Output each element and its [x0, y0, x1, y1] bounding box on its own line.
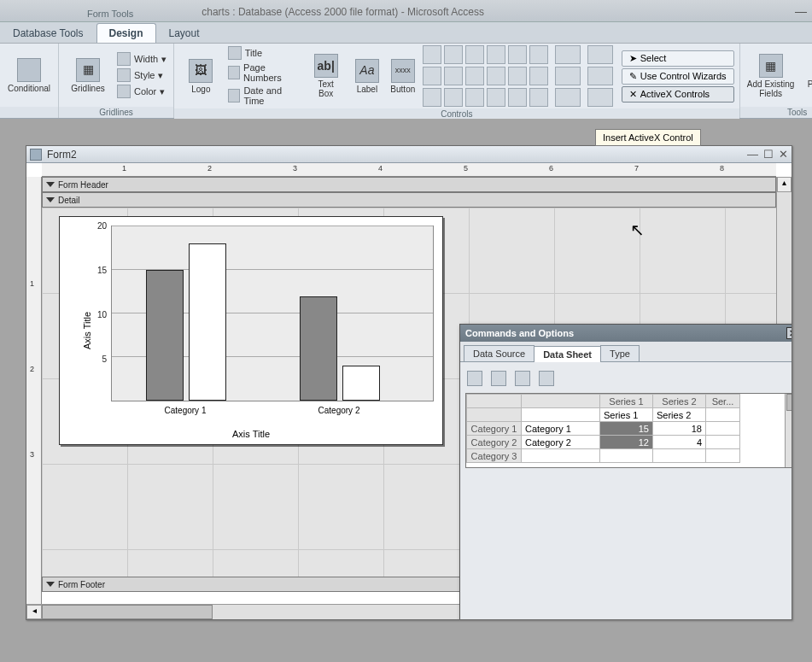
control-item[interactable]: [508, 67, 527, 85]
eraser-icon[interactable]: [467, 371, 482, 386]
data-cell[interactable]: [600, 449, 653, 463]
control-item[interactable]: [465, 88, 484, 107]
row-header[interactable]: Category 1: [467, 422, 522, 436]
ruler-tick: 4: [378, 164, 383, 173]
control-wizards-toggle[interactable]: ✎Use Control Wizards: [622, 68, 734, 85]
page-numbers-button[interactable]: Page Numbers: [226, 62, 301, 84]
control-item[interactable]: [587, 88, 613, 107]
column-header[interactable]: Series 2: [653, 395, 706, 408]
property-sheet-button[interactable]: ▤ Property Sheet: [800, 49, 812, 103]
title-button[interactable]: Title: [226, 45, 301, 61]
activex-controls-button[interactable]: ✕ActiveX Controls: [622, 86, 734, 103]
textbox-icon: ab|: [314, 54, 338, 78]
minimize-icon[interactable]: —: [795, 4, 807, 18]
section-toggle-icon: [46, 582, 55, 587]
series-name-cell[interactable]: Series 2: [653, 408, 706, 422]
tab-data-source[interactable]: Data Source: [464, 345, 535, 361]
control-item[interactable]: [487, 45, 505, 64]
maximize-icon[interactable]: ☐: [763, 148, 774, 161]
chart-y-tick: 10: [97, 310, 107, 319]
logo-label: Logo: [191, 85, 210, 94]
conditional-button[interactable]: Conditional: [5, 48, 53, 103]
textbox-button[interactable]: ab| Text Box: [304, 49, 348, 103]
data-cell[interactable]: [653, 449, 706, 463]
control-item[interactable]: [465, 45, 484, 64]
control-item[interactable]: [444, 88, 463, 107]
tab-type[interactable]: Type: [600, 345, 640, 361]
scrollbar-thumb[interactable]: [786, 394, 792, 411]
scrollbar-thumb[interactable]: [42, 605, 213, 619]
chart-category-label: Category 1: [165, 406, 207, 415]
row-label-cell[interactable]: [522, 449, 600, 463]
gridlines-style[interactable]: Style▾: [115, 67, 168, 83]
row-header[interactable]: Category 3: [467, 449, 522, 463]
gridlines-color[interactable]: Color▾: [115, 84, 168, 99]
control-item[interactable]: [555, 67, 581, 85]
close-icon[interactable]: ✕: [779, 148, 788, 161]
select-button[interactable]: ➤Select: [622, 50, 734, 67]
add-fields-button[interactable]: ▦ Add Existing Fields: [747, 49, 795, 103]
control-item[interactable]: [529, 88, 548, 107]
date-time-button[interactable]: Date and Time: [226, 85, 301, 107]
scroll-up-icon[interactable]: ▴: [777, 177, 792, 192]
data-cell[interactable]: 4: [653, 436, 706, 449]
series-name-cell[interactable]: Series 1: [600, 408, 653, 422]
paste-icon[interactable]: [539, 371, 554, 386]
column-header[interactable]: Ser...: [706, 395, 740, 408]
control-item[interactable]: [444, 45, 463, 64]
control-item[interactable]: [487, 67, 505, 85]
control-item[interactable]: [555, 45, 581, 64]
control-item[interactable]: [465, 67, 484, 85]
tab-database-tools[interactable]: Database Tools: [0, 23, 96, 43]
ruler-tick: 1: [30, 279, 34, 288]
data-cell[interactable]: 15: [600, 422, 653, 436]
chart-y-tick: 5: [102, 354, 107, 364]
row-label-cell[interactable]: Category 2: [522, 436, 600, 449]
scroll-left-icon[interactable]: ◂: [26, 605, 42, 619]
form-header-bar[interactable]: Form Header: [42, 177, 776, 192]
tab-design[interactable]: Design: [96, 23, 156, 43]
button-button[interactable]: xxxx Button: [387, 49, 419, 103]
data-sheet-grid[interactable]: Series 1 Series 2 Ser... Series 1 Series…: [465, 393, 792, 468]
form-header-label: Form Header: [58, 180, 108, 190]
grid-icon[interactable]: [491, 371, 506, 386]
close-icon[interactable]: ✕: [786, 327, 792, 339]
wand-icon: ✎: [629, 71, 637, 82]
gridlines-button[interactable]: ▦ Gridlines: [64, 48, 112, 103]
data-cell[interactable]: 18: [653, 422, 706, 436]
tab-data-sheet[interactable]: Data Sheet: [534, 346, 601, 362]
control-item[interactable]: [423, 67, 441, 85]
control-item[interactable]: [529, 45, 548, 64]
control-item[interactable]: [587, 67, 613, 85]
control-item[interactable]: [487, 88, 505, 107]
chart-control[interactable]: Axis Title Axis Title 5101520Category 1C…: [59, 216, 443, 445]
control-item[interactable]: [423, 88, 441, 107]
logo-button[interactable]: 🖼 Logo: [179, 49, 223, 103]
ruler-tick: 5: [464, 164, 468, 173]
form-footer-label: Form Footer: [58, 580, 105, 589]
control-item[interactable]: [587, 45, 613, 64]
column-header[interactable]: Series 1: [600, 395, 653, 408]
minimize-icon[interactable]: —: [747, 148, 758, 161]
label-button[interactable]: Aa Label: [351, 49, 383, 103]
row-header[interactable]: Category 2: [467, 436, 522, 449]
tools-group-label: Tools: [740, 107, 812, 118]
data-cell[interactable]: 12: [600, 436, 653, 449]
row-label-cell[interactable]: Category 1: [522, 422, 600, 436]
sheet-vertical-scrollbar[interactable]: [785, 394, 792, 467]
commands-options-titlebar[interactable]: Commands and Options ✕: [460, 325, 792, 342]
gridlines-width[interactable]: Width▾: [115, 51, 168, 67]
chart-plot-area: [111, 226, 434, 401]
copy-icon[interactable]: [515, 371, 530, 386]
form-window-titlebar[interactable]: Form2 — ☐ ✕: [26, 146, 792, 163]
control-item[interactable]: [555, 88, 581, 107]
control-item[interactable]: [508, 88, 527, 107]
conditional-icon: [17, 58, 41, 82]
detail-bar[interactable]: Detail: [42, 192, 776, 208]
control-item[interactable]: [444, 67, 463, 85]
detail-label: Detail: [58, 196, 80, 205]
tab-layout[interactable]: Layout: [156, 23, 213, 43]
control-item[interactable]: [508, 45, 527, 64]
control-item[interactable]: [529, 67, 548, 85]
control-item[interactable]: [423, 45, 441, 64]
